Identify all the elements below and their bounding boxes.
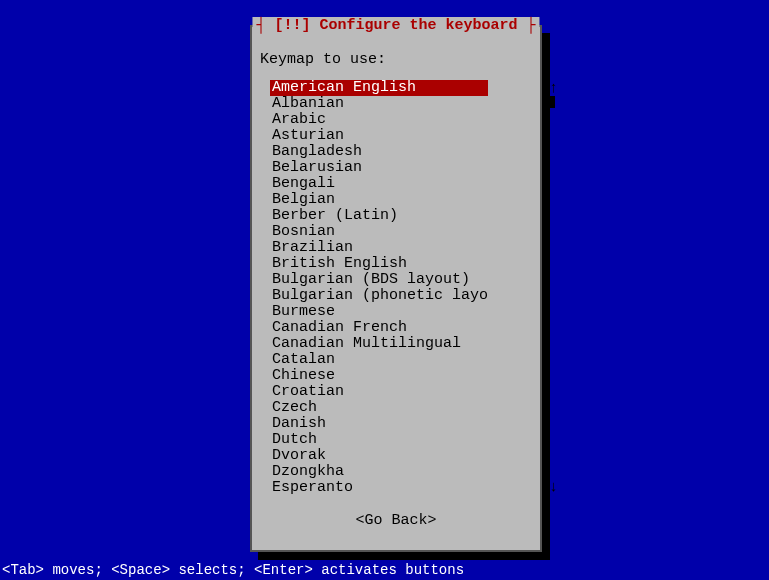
- dialog-title: ┤ [!!] Configure the keyboard ├: [252, 17, 539, 34]
- keymap-option[interactable]: Asturian: [270, 128, 488, 144]
- keymap-option[interactable]: Bengali: [270, 176, 488, 192]
- configure-keyboard-dialog: ┤ [!!] Configure the keyboard ├ Keymap t…: [250, 25, 542, 552]
- keymap-option[interactable]: Burmese: [270, 304, 488, 320]
- keymap-option[interactable]: Bosnian: [270, 224, 488, 240]
- keymap-option[interactable]: Dzongkha: [270, 464, 488, 480]
- keymap-option[interactable]: Danish: [270, 416, 488, 432]
- keymap-option[interactable]: Dutch: [270, 432, 488, 448]
- keymap-option[interactable]: Berber (Latin): [270, 208, 488, 224]
- scroll-up-icon[interactable]: ↑: [549, 80, 558, 97]
- keymap-option[interactable]: Belgian: [270, 192, 488, 208]
- scroll-down-icon[interactable]: ↓: [549, 479, 558, 496]
- keymap-prompt: Keymap to use:: [260, 51, 532, 68]
- keymap-option[interactable]: Arabic: [270, 112, 488, 128]
- keymap-option[interactable]: Canadian Multilingual: [270, 336, 488, 352]
- keymap-list-container: ↑ American EnglishAlbanianArabicAsturian…: [270, 80, 532, 496]
- keymap-option[interactable]: British English: [270, 256, 488, 272]
- go-back-button[interactable]: <Go Back>: [260, 512, 532, 529]
- keymap-option[interactable]: Bangladesh: [270, 144, 488, 160]
- keymap-option[interactable]: Catalan: [270, 352, 488, 368]
- keymap-option[interactable]: Bulgarian (BDS layout): [270, 272, 488, 288]
- keymap-option[interactable]: Croatian: [270, 384, 488, 400]
- keymap-option[interactable]: Albanian: [270, 96, 488, 112]
- keymap-option[interactable]: Canadian French: [270, 320, 488, 336]
- keymap-option[interactable]: Chinese: [270, 368, 488, 384]
- keymap-option[interactable]: Czech: [270, 400, 488, 416]
- footer-help-text: <Tab> moves; <Space> selects; <Enter> ac…: [2, 562, 464, 578]
- keymap-option[interactable]: Brazilian: [270, 240, 488, 256]
- keymap-option[interactable]: Bulgarian (phonetic layout): [270, 288, 488, 304]
- keymap-option[interactable]: Esperanto: [270, 480, 488, 496]
- scrollbar-thumb[interactable]: [547, 96, 555, 108]
- keymap-list[interactable]: American EnglishAlbanianArabicAsturianBa…: [270, 80, 488, 496]
- keymap-option[interactable]: American English: [270, 80, 488, 96]
- keymap-option[interactable]: Dvorak: [270, 448, 488, 464]
- keymap-option[interactable]: Belarusian: [270, 160, 488, 176]
